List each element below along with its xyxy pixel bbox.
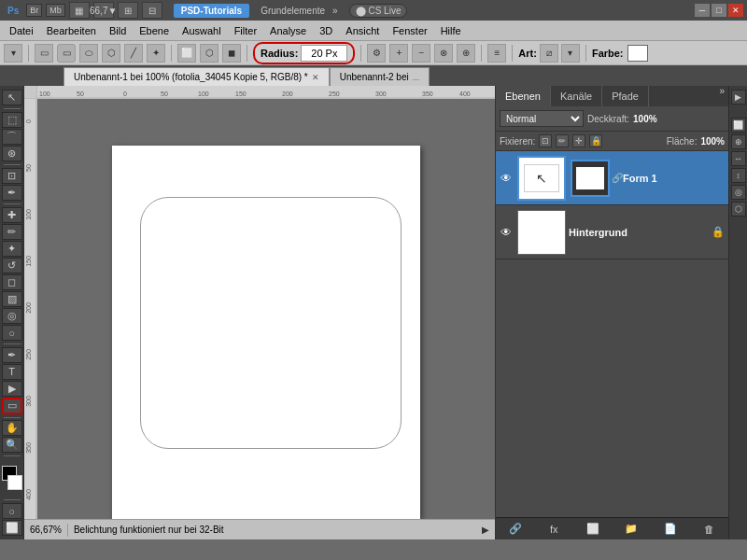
add-icon[interactable]: + (389, 44, 408, 63)
exclude-icon[interactable]: ⊕ (457, 44, 475, 63)
pen-tool[interactable]: ✒ (2, 347, 22, 363)
fill-mode-icon[interactable]: ◼ (222, 44, 241, 63)
tab-kanaele[interactable]: Kanäle (551, 86, 602, 106)
menu-ansicht[interactable]: Ansicht (340, 23, 385, 38)
path-mode-icon[interactable]: ⬡ (200, 44, 218, 63)
color-swatch[interactable] (627, 45, 648, 62)
shape-mode-icon[interactable]: ⬜ (177, 44, 196, 63)
view-options-icon[interactable]: ▦ (69, 2, 90, 19)
art-icon[interactable]: ⧄ (540, 44, 558, 63)
tab-document-1[interactable]: Unbenannt-1 bei 100% (fotolia_34045 Kopi… (63, 67, 330, 86)
panel-menu-arrow[interactable]: » (715, 86, 728, 106)
menu-fenster[interactable]: Fenster (387, 23, 432, 38)
radius-input[interactable] (301, 45, 347, 62)
layer-form1[interactable]: 👁 ↖ 🔗 Form 1 (496, 151, 728, 205)
selection-tool[interactable]: ⬚ (2, 112, 22, 128)
layout-icon[interactable]: ⊞ (118, 2, 138, 19)
panel-option-3[interactable]: ↔ (731, 151, 746, 166)
menu-datei[interactable]: Datei (4, 23, 39, 38)
tab-pfade[interactable]: Pfade (602, 86, 649, 106)
menu-hilfe[interactable]: Hilfe (435, 23, 467, 38)
menu-bearbeiten[interactable]: Bearbeiten (41, 23, 102, 38)
custom-shape-icon[interactable]: ✦ (147, 44, 165, 63)
collapse-panel-btn[interactable]: ▶ (731, 90, 746, 105)
blur-tool[interactable]: ◎ (2, 308, 22, 324)
white-canvas[interactable] (112, 146, 420, 519)
intersect-icon[interactable]: ⊗ (434, 44, 453, 63)
eyedropper-tool[interactable]: ✒ (2, 185, 22, 201)
menu-ebene[interactable]: Ebene (134, 23, 175, 38)
maximize-button[interactable]: □ (712, 4, 726, 17)
minimize-button[interactable]: ─ (695, 4, 710, 17)
polygon-tool-icon[interactable]: ⬡ (102, 44, 120, 63)
tab-ebenen[interactable]: Ebenen (496, 86, 551, 106)
text-tool[interactable]: T (2, 364, 22, 380)
panel-option-6[interactable]: ⬡ (731, 202, 746, 217)
add-mask-icon[interactable]: ⬜ (584, 521, 602, 538)
status-arrow[interactable]: ▶ (482, 525, 489, 535)
history-brush-tool[interactable]: ↺ (2, 258, 22, 273)
eraser-tool[interactable]: ◻ (2, 274, 22, 290)
psd-tutorials-button[interactable]: PSD-Tutorials (174, 4, 249, 18)
align-icon[interactable]: ≡ (487, 44, 506, 63)
close-button[interactable]: ✕ (728, 4, 743, 17)
menu-bild[interactable]: Bild (104, 23, 132, 38)
gradient-tool[interactable]: ▨ (2, 291, 22, 307)
menu-auswahl[interactable]: Auswahl (176, 23, 227, 38)
add-style-icon[interactable]: fx (544, 521, 563, 538)
tab-document-2[interactable]: Unbenannt-2 bei ... (330, 67, 430, 86)
arrange-icon[interactable]: ⊟ (142, 2, 162, 19)
path-selection-tool[interactable]: ▶ (2, 381, 22, 397)
rounded-rect-tool-icon[interactable]: ▭ (57, 44, 76, 63)
background-color[interactable] (7, 475, 22, 490)
art-arrow[interactable]: ▾ (561, 44, 580, 63)
layer-hintergrund[interactable]: 👁 Hintergrund 🔒 (496, 205, 728, 259)
menu-analyse[interactable]: Analyse (264, 23, 312, 38)
delete-layer-icon[interactable]: 🗑 (699, 521, 718, 538)
hand-tool[interactable]: ✋ (2, 420, 22, 436)
br-button[interactable]: Br (26, 4, 42, 17)
fix-paint-icon[interactable]: ✏ (556, 134, 569, 147)
layer-thumb-inner: ↖ (524, 164, 559, 192)
layer-hintergrund-visibility[interactable]: 👁 (498, 224, 514, 241)
subtract-icon[interactable]: − (412, 44, 430, 63)
lasso-tool[interactable]: ⌒ (2, 129, 22, 145)
canvas-scroll-area[interactable] (37, 99, 495, 519)
panel-option-5[interactable]: ◎ (731, 185, 746, 200)
geometry-options-icon[interactable]: ⚙ (367, 44, 386, 63)
mb-button[interactable]: Mb (46, 4, 65, 17)
tool-preset-icon[interactable]: ▾ (4, 44, 22, 63)
fix-transparent-icon[interactable]: ⊡ (539, 134, 552, 147)
move-tool[interactable]: ↖ (2, 90, 22, 105)
panel-option-1[interactable]: ⬜ (731, 118, 746, 133)
line-tool-icon[interactable]: ╱ (124, 44, 143, 63)
quick-select-tool[interactable]: ⊛ (2, 146, 22, 161)
fix-all-icon[interactable]: 🔒 (589, 134, 602, 147)
menu-3d[interactable]: 3D (314, 23, 338, 38)
layer-form1-visibility[interactable]: 👁 (498, 170, 514, 187)
new-group-icon[interactable]: 📁 (622, 521, 641, 538)
rect-tool-icon[interactable]: ▭ (35, 44, 53, 63)
panel-option-4[interactable]: ↕ (731, 168, 746, 183)
fix-position-icon[interactable]: ✛ (572, 134, 585, 147)
zoom-level[interactable]: 66,7 ▼ (93, 2, 114, 19)
shape-tool[interactable]: ▭ (2, 398, 22, 414)
ellipse-tool-icon[interactable]: ⬭ (79, 44, 98, 63)
right-edge-toolbar: ▶ ⬜ ⊕ ↔ ↕ ◎ ⬡ (728, 86, 747, 539)
menu-filter[interactable]: Filter (229, 23, 262, 38)
crop-tool[interactable]: ⊡ (2, 168, 22, 184)
cs-live-button[interactable]: ⬤ CS Live (349, 4, 408, 18)
new-layer-icon[interactable]: 📄 (661, 521, 680, 538)
brush-tool[interactable]: ✏ (2, 224, 22, 240)
blend-mode-select[interactable]: Normal (500, 110, 584, 127)
quick-mask-tool[interactable]: ○ (2, 503, 22, 519)
expand-panels-button[interactable]: » (332, 6, 338, 16)
tab-close-1[interactable]: ✕ (312, 73, 319, 82)
spot-healing-tool[interactable]: ✚ (2, 207, 22, 223)
clone-stamp-tool[interactable]: ✦ (2, 241, 22, 257)
screen-mode-btn[interactable]: ⬜ (2, 520, 22, 536)
panel-option-2[interactable]: ⊕ (731, 134, 746, 149)
zoom-tool[interactable]: 🔍 (2, 437, 22, 453)
dodge-tool[interactable]: ○ (2, 325, 22, 341)
link-layers-icon[interactable]: 🔗 (506, 521, 525, 538)
